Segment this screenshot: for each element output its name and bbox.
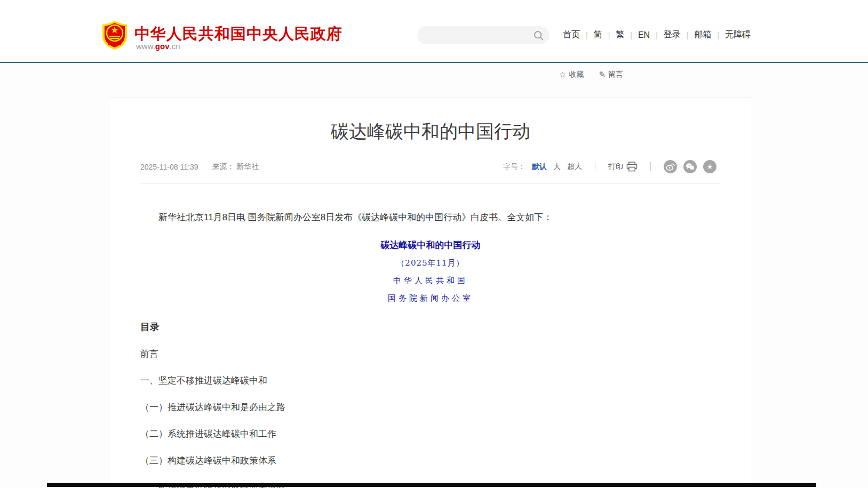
printer-icon: [626, 162, 638, 172]
document-org-line1: 中华人民共和国: [140, 276, 721, 286]
nav-mailbox[interactable]: 邮箱: [688, 29, 717, 41]
top-nav: 首页 | 简 | 繁 | EN | 登录 | 邮箱 | 无障碍: [557, 29, 756, 41]
document-date: （2025年11月）: [140, 258, 721, 268]
fontsize-label: 字号：: [503, 162, 525, 172]
site-header: 中华人民共和国中央人民政府 www.gov.cn 首页 | 简 | 繁 | EN…: [0, 0, 868, 62]
nav-accessibility[interactable]: 无障碍: [719, 29, 756, 41]
nav-traditional[interactable]: 繁: [610, 29, 630, 41]
nav-home[interactable]: 首页: [557, 29, 586, 41]
nav-english[interactable]: EN: [632, 30, 656, 40]
article-meta-right: 字号： 默认 大 超大 打印: [503, 160, 716, 173]
site-url-gov: gov: [155, 42, 170, 51]
national-emblem-logo: [101, 20, 128, 50]
favorite-label: 收藏: [569, 70, 584, 79]
star-share-icon: ★: [707, 163, 713, 171]
article-card: 碳达峰碳中和的中国行动 2025-11-08 11:39 来源： 新华社 字号：…: [109, 98, 752, 488]
source-value: 新华社: [236, 162, 259, 171]
share-buttons: ★: [664, 160, 716, 173]
article-title: 碳达峰碳中和的中国行动: [140, 119, 721, 144]
article-meta-row: 2025-11-08 11:39 来源： 新华社 字号： 默认 大 超大 打印: [140, 160, 721, 183]
toc-item-section1-3: （三）构建碳达峰碳中和政策体系: [140, 454, 721, 467]
toc-item-section1-1: （一）推进碳达峰碳中和是必由之路: [140, 401, 721, 413]
weibo-icon: [665, 162, 675, 172]
toc-item-section1-2: （二）系统推进碳达峰碳中和工作: [140, 428, 721, 440]
header-divider: [0, 62, 868, 63]
wechat-share-button[interactable]: [683, 160, 697, 173]
toc-item-preface: 前言: [140, 348, 721, 360]
site-url-cn: .cn: [170, 42, 180, 51]
comment-button[interactable]: ✎ 留言: [599, 70, 623, 79]
source-label: 来源：: [212, 162, 234, 171]
pencil-icon: ✎: [599, 70, 606, 79]
search-bar: [417, 26, 550, 44]
meta-separator: [595, 162, 595, 171]
article-lead: 新华社北京11月8日电 国务院新闻办公室8日发布《碳达峰碳中和的中国行动》白皮书…: [140, 210, 721, 225]
bottom-edge-bar: [47, 483, 816, 487]
favorite-button[interactable]: ☆ 收藏: [559, 70, 584, 79]
search-input[interactable]: [426, 31, 532, 39]
star-share-button[interactable]: ★: [703, 160, 716, 173]
nav-login[interactable]: 登录: [658, 29, 687, 41]
publish-date: 2025-11-08 11:39: [140, 163, 198, 171]
meta-separator: [650, 162, 651, 171]
print-label: 打印: [608, 162, 623, 172]
toc-item-section1: 一、坚定不移推进碳达峰碳中和: [140, 374, 721, 387]
page: 中华人民共和国中央人民政府 www.gov.cn 首页 | 简 | 繁 | EN…: [0, 0, 868, 488]
site-url: www.gov.cn: [136, 42, 180, 51]
site-url-www: www.: [136, 42, 155, 51]
page-actions: ☆ 收藏 ✎ 留言: [559, 70, 623, 79]
source: 来源： 新华社: [212, 162, 259, 172]
document-heading: 碳达峰碳中和的中国行动: [140, 239, 721, 251]
toc-heading: 目录: [140, 321, 721, 333]
nav-simplified[interactable]: 简: [588, 29, 608, 41]
fontsize-xlarge-button[interactable]: 超大: [567, 162, 582, 172]
document-org-line2: 国务院新闻办公室: [140, 293, 721, 303]
comment-label: 留言: [608, 70, 623, 79]
wechat-icon: [685, 162, 695, 172]
weibo-share-button[interactable]: [664, 160, 677, 173]
star-icon: ☆: [559, 70, 566, 79]
fontsize-large-button[interactable]: 大: [553, 162, 561, 172]
article-meta-left: 2025-11-08 11:39 来源： 新华社: [140, 162, 259, 172]
fontsize-default-button[interactable]: 默认: [532, 162, 547, 172]
print-button[interactable]: 打印: [608, 162, 638, 172]
search-icon[interactable]: [532, 29, 544, 41]
